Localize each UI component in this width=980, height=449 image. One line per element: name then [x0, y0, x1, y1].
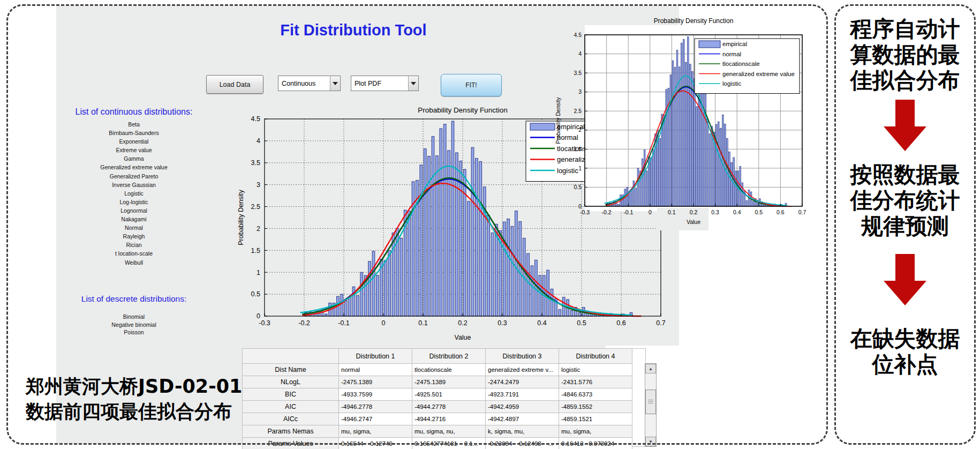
table-filler [632, 348, 646, 447]
table-cell: -4946.2778 [339, 401, 412, 413]
svg-text:4: 4 [578, 50, 582, 57]
table-row-label: BIC [243, 388, 339, 401]
legend-label: normal [722, 51, 741, 57]
svg-text:1.5: 1.5 [251, 247, 260, 255]
table-row: Params Values0.16544 0.127490.1654277418… [243, 438, 632, 449]
fit-distribution-tool-screen: Fit Distribution Tool Load Data Continuo… [0, 0, 980, 449]
svg-text:0.7: 0.7 [798, 209, 806, 215]
svg-text:3.5: 3.5 [574, 70, 582, 76]
table-row-label: Params Values [243, 438, 339, 449]
svg-text:2: 2 [578, 126, 582, 133]
bottom-left-annotation-line: 郑州黄河大桥JSD-02-01 [26, 374, 251, 399]
flow-step-text: 按照数据最佳分布统计规律预测 [836, 162, 974, 239]
fit-button[interactable]: FIT! [441, 74, 502, 96]
bottom-left-annotation: 郑州黄河大桥JSD-02-01数据前四项最佳拟合分布 [26, 374, 251, 424]
table-cell: tlocationscale [412, 364, 486, 376]
scrollbar-thumb[interactable] [645, 390, 656, 414]
svg-text:0.6: 0.6 [616, 319, 625, 327]
svg-text:0: 0 [578, 203, 582, 209]
svg-text:Value: Value [687, 219, 700, 225]
svg-text:-0.1: -0.1 [338, 319, 350, 327]
legend: empiricalnormaltlocationscalegeneralized… [695, 39, 800, 94]
legend-swatch-empirical [699, 41, 720, 48]
chevron-down-icon[interactable] [330, 76, 340, 91]
table-row-label: AICc [243, 413, 339, 425]
data-type-value: Continuous [278, 80, 330, 87]
continuous-distribution-item: Beta [62, 120, 206, 129]
plot-type-select[interactable]: Plot PDF [351, 76, 419, 91]
scrollbar-down-button[interactable]: ▼ [645, 437, 656, 446]
table-cell: mu, sigma, nu, [412, 425, 486, 438]
svg-text:2: 2 [257, 225, 260, 233]
discrete-list-heading: List of descrete distributions: [62, 294, 206, 304]
legend-label: empirical [722, 41, 747, 47]
table-row-label: AIC [243, 401, 339, 413]
table-cell: -4859.1552 [559, 401, 632, 413]
svg-text:-0.2: -0.2 [298, 319, 310, 327]
table-cell: -4933.7599 [339, 388, 412, 401]
bottom-left-annotation-line: 数据前四项最佳拟合分布 [26, 399, 251, 424]
continuous-distribution-item: Birnbaum-Saunders [62, 129, 206, 137]
svg-text:0: 0 [649, 209, 652, 215]
table-column-header: Distribution 1 [339, 349, 412, 364]
table-row-label: NLogL [243, 376, 339, 388]
load-data-button[interactable]: Load Data [206, 75, 263, 94]
svg-text:0.2: 0.2 [690, 209, 698, 215]
table-cell: -4942.4959 [486, 401, 559, 413]
svg-text:1: 1 [578, 165, 582, 171]
table-row: Dist Namenormaltlocationscalegeneralized… [243, 364, 632, 376]
table-row-label: Dist Name [243, 364, 339, 376]
table-corner-cell [243, 349, 339, 364]
load-data-label: Load Data [220, 81, 251, 88]
svg-text:4.5: 4.5 [251, 115, 260, 123]
svg-text:Probability Density Function: Probability Density Function [654, 17, 734, 25]
table-column-header: Distribution 3 [486, 349, 559, 364]
svg-text:0.3: 0.3 [711, 209, 719, 215]
svg-text:0.5: 0.5 [755, 209, 763, 215]
table-cell: -2431.5776 [559, 376, 632, 388]
discrete-distribution-item: Negative binomial [62, 321, 206, 329]
svg-text:3.5: 3.5 [251, 159, 260, 167]
table-cell: -4942.4897 [486, 413, 559, 425]
page-title: Fit Distribution Tool [273, 21, 434, 39]
flow-step-text: 在缺失数据位补点 [836, 326, 974, 377]
table-column-header: Distribution 2 [412, 349, 486, 364]
continuous-distribution-item: Gamma [62, 154, 206, 163]
table-cell: mu, sigma, [339, 425, 412, 438]
continuous-distribution-item: Logistic [62, 189, 206, 198]
table-row: Params Nemasmu, sigma,mu, sigma, nu,k, s… [243, 425, 632, 438]
table-cell: 0.16413 0.073024 [559, 438, 632, 449]
flow-step-text: 程序自动计算数据的最佳拟合分布 [836, 16, 974, 93]
table-cell: 0.16544 0.12749 [339, 438, 412, 449]
continuous-distribution-item: Nakagami [62, 215, 206, 223]
svg-text:0: 0 [382, 319, 386, 327]
down-arrow-icon [884, 254, 926, 305]
data-type-select[interactable]: Continuous [278, 76, 341, 91]
results-table: Distribution 1Distribution 2Distribution… [242, 348, 632, 449]
svg-text:0.1: 0.1 [418, 319, 427, 327]
svg-text:-0.3: -0.3 [259, 319, 270, 327]
continuous-distribution-item: Normal [62, 223, 206, 232]
legend-label: logistic [722, 80, 741, 87]
table-cell: -0.23084 0.12498 ... [486, 438, 559, 449]
continuous-distribution-item: Rician [62, 241, 206, 249]
continuous-distribution-item: Weibull [62, 258, 206, 267]
svg-text:0.5: 0.5 [574, 184, 582, 190]
table-row: NLogL-2475.1389-2475.1389-2474.2479-2431… [243, 376, 632, 388]
table-row: AICc-4946.2747-4944.2716-4942.4897-4859.… [243, 413, 632, 425]
table-cell: -2475.1389 [339, 376, 412, 388]
continuous-distribution-item: t location-scale [62, 249, 206, 258]
legend-label: generalized extreme value [722, 71, 795, 77]
continuous-list-heading: List of continuous distributions: [62, 107, 206, 117]
discrete-distribution-item: Poisson [62, 328, 206, 336]
table-header-row: Distribution 1Distribution 2Distribution… [243, 349, 632, 364]
continuous-distribution-item: Generalized extreme value [62, 163, 206, 171]
legend-label: tlocationscale [722, 61, 760, 67]
svg-text:0.7: 0.7 [656, 319, 665, 327]
table-cell: logistic [559, 364, 632, 376]
table-scrollbar[interactable]: ▲ ▼ [645, 363, 657, 447]
chevron-down-icon[interactable] [408, 76, 418, 91]
scrollbar-up-button[interactable]: ▲ [645, 364, 656, 373]
svg-text:Probability Density Function: Probability Density Function [418, 106, 507, 114]
continuous-distribution-item: Inverse Gaussian [62, 181, 206, 189]
